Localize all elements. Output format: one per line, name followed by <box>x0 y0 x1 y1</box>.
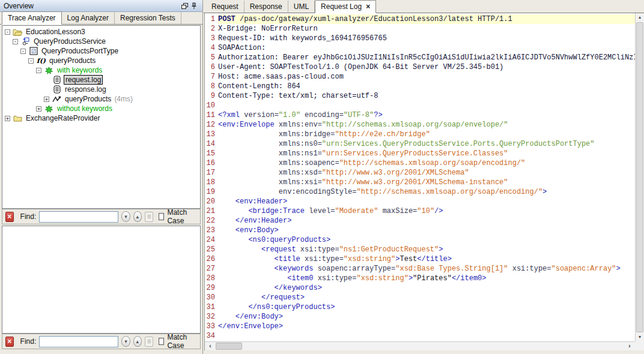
tree-item-queryproductsporttype[interactable]: -QueryProductsPortType <box>2 46 200 56</box>
find-bar-top: ×Find:▾▴≡Match Case <box>2 209 201 224</box>
tab-trace-analyzer[interactable]: Trace Analyzer <box>2 11 62 25</box>
line-number: 16 <box>205 158 218 168</box>
code-line: 25 <request xsi:type="ns1:GetProductRequ… <box>205 245 635 254</box>
tree-item-queryproducts[interactable]: -f()queryProducts <box>2 56 200 65</box>
tree-item-duration: (4ms) <box>114 95 133 103</box>
vertical-scroll-thumb[interactable] <box>636 22 643 332</box>
tree-item-with-keywords[interactable]: -with keywords <box>2 65 200 75</box>
line-number: 5 <box>205 53 218 62</box>
expander-minus-icon[interactable]: - <box>36 68 41 73</box>
find-close-button[interactable]: × <box>5 337 14 347</box>
find-close-button[interactable]: × <box>5 212 14 222</box>
expander-plus-icon[interactable]: + <box>5 116 10 121</box>
line-content: Content-Length: 864 <box>218 82 300 91</box>
overview-panel: Overview Trace AnalyzerLog AnalyzerRegre… <box>0 0 203 354</box>
tab-regression-tests[interactable]: Regression Tests <box>115 12 181 24</box>
line-number: 19 <box>205 187 218 197</box>
code-line: 11<?xml version="1.0" encoding="UTF-8"?> <box>205 110 635 120</box>
match-case-label: Match Case <box>167 333 197 350</box>
find-options-button[interactable]: ≡ <box>145 337 153 347</box>
find-next-button[interactable]: ▾ <box>121 211 130 222</box>
match-case-label: Match Case <box>167 208 197 225</box>
horizontal-scroll-thumb[interactable] <box>216 343 242 350</box>
horizontal-scrollbar[interactable]: ‹ › <box>205 341 635 350</box>
log-viewer-panel: RequestResponseUMLRequest Log× 1POST /pa… <box>204 0 644 354</box>
line-content: Authorization: Bearer eyJhbGciOiJSUzI1Ni… <box>218 53 635 62</box>
line-number: 9 <box>205 91 218 101</box>
tree-item-label: queryProducts <box>64 95 112 103</box>
match-case-checkbox[interactable] <box>159 338 165 345</box>
line-number: 25 <box>205 245 218 254</box>
log-icon <box>52 85 62 94</box>
tree-item-label: queryProducts <box>48 56 97 65</box>
tree-item-exchangerateprovider[interactable]: +ExchangeRateProvider <box>2 113 200 123</box>
activity-icon <box>52 95 62 103</box>
tree-item-response-log[interactable]: response.log <box>2 85 200 94</box>
expander-minus-icon[interactable]: - <box>13 39 18 44</box>
tab-response[interactable]: Response <box>245 1 288 13</box>
testcase-icon <box>44 105 54 113</box>
code-line: 2X-Bridge: NoErrorReturn <box>205 24 635 34</box>
line-content: <keywords soapenc:arrayType="xsd:Base Ty… <box>218 265 621 273</box>
line-number: 32 <box>205 312 218 322</box>
tab-request-log[interactable]: Request Log× <box>315 0 376 13</box>
expander-plus-icon[interactable]: + <box>36 106 41 112</box>
line-content: xmlns:ns0="urn:Services.QueryProductsSer… <box>218 140 595 148</box>
code-line: 6User-Agent: SOAPTestTool/1.0 (OpenJDK 6… <box>205 62 635 72</box>
line-number: 14 <box>205 139 218 149</box>
pin-icon[interactable] <box>189 2 199 10</box>
no-expander <box>44 77 49 83</box>
line-number: 7 <box>205 72 218 82</box>
line-number: 3 <box>205 34 218 43</box>
code-line: 29 </keywords> <box>205 283 635 293</box>
expander-minus-icon[interactable]: - <box>5 29 10 35</box>
find-prev-button[interactable]: ▴ <box>133 336 142 347</box>
tree-item-educationlesson3[interactable]: -EducationLesson3 <box>2 27 200 37</box>
code-line: 17 xmlns:xsd="http://www.w3.org/2001/XML… <box>205 168 635 178</box>
line-content: Content-Type: text/xml; charset=utf-8 <box>218 92 378 100</box>
tree-item-label: QueryProductsService <box>32 37 107 46</box>
request-log-editor: 1POST /pas-doc/gateway/xuml-analyzer/Edu… <box>204 13 644 350</box>
match-case-checkbox[interactable] <box>159 213 165 220</box>
line-content: </env:Body> <box>218 313 283 321</box>
find-prev-button[interactable]: ▴ <box>133 211 142 222</box>
line-number: 1 <box>205 14 218 24</box>
tab-close-icon[interactable]: × <box>366 2 370 11</box>
scroll-up-icon[interactable]: ▴ <box>636 13 644 22</box>
line-number: 23 <box>205 226 218 235</box>
expander-plus-icon[interactable]: + <box>44 97 49 102</box>
code-line: 22 </env:Header> <box>205 216 635 226</box>
tab-uml[interactable]: UML <box>288 1 315 13</box>
code-line: 19 env:encodingStyle="http://schemas.xml… <box>205 187 635 197</box>
tree-item-without-keywords[interactable]: +without keywords <box>2 104 200 113</box>
tab-log-analyzer[interactable]: Log Analyzer <box>62 12 115 24</box>
find-label: Find: <box>20 212 37 221</box>
folder-closed-icon <box>13 115 23 122</box>
find-input[interactable] <box>39 211 118 223</box>
float-icon[interactable] <box>180 2 189 10</box>
code-line: 10 <box>205 101 635 110</box>
tab-request[interactable]: Request <box>206 1 245 13</box>
tree-item-queryproductsservice[interactable]: -QueryProductsService <box>2 37 200 46</box>
log-tab-bar: RequestResponseUMLRequest Log× <box>204 0 644 13</box>
line-number: 30 <box>205 293 218 302</box>
scroll-left-icon[interactable]: ‹ <box>206 342 214 350</box>
line-number: 10 <box>205 101 218 110</box>
scroll-right-icon[interactable]: › <box>625 342 634 350</box>
find-input[interactable] <box>39 336 118 347</box>
expander-minus-icon[interactable]: - <box>20 49 26 54</box>
code-area: 1POST /pas-doc/gateway/xuml-analyzer/Edu… <box>205 13 635 341</box>
tree-item-request-log[interactable]: request.log <box>2 75 200 85</box>
line-number: 17 <box>205 168 218 178</box>
vertical-scrollbar[interactable]: ▴ ▾ <box>635 13 644 341</box>
scroll-down-icon[interactable]: ▾ <box>636 333 644 341</box>
find-next-button[interactable]: ▾ <box>121 336 130 347</box>
line-number: 15 <box>205 149 218 158</box>
expander-minus-icon[interactable]: - <box>28 58 34 64</box>
code-line: 33</env:Envelope> <box>205 322 635 331</box>
code-line: 7Host: acme.saas.pas-cloud.com <box>205 72 635 82</box>
panel-title: Overview <box>4 2 180 10</box>
line-number: 21 <box>205 206 218 216</box>
tree-item-queryproducts[interactable]: +queryProducts(4ms) <box>2 94 200 104</box>
find-options-button[interactable]: ≡ <box>145 212 153 222</box>
